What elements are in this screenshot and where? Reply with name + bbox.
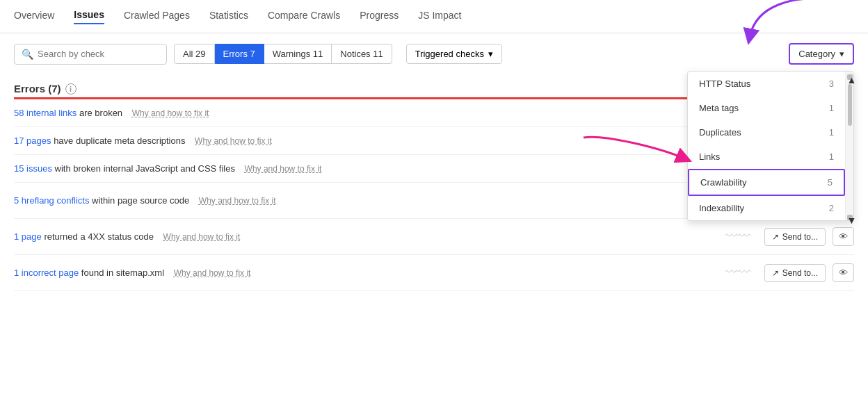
search-box[interactable]: 🔍 — [14, 44, 167, 65]
dropdown-item-label: Crawlability — [700, 177, 746, 188]
why-link[interactable]: Why and how to fix it — [245, 164, 322, 174]
filter-group: All 29 Errors 7 Warnings 11 Notices 11 — [174, 44, 392, 64]
why-link[interactable]: Why and how to fix it — [195, 136, 272, 146]
why-link[interactable]: Why and how to fix it — [132, 108, 209, 118]
nav-overview[interactable]: Overview — [14, 10, 54, 24]
issue-link[interactable]: 15 issues — [14, 163, 52, 174]
issue-link[interactable]: 17 pages — [14, 135, 51, 146]
dropdown-http-status[interactable]: HTTP Status 3 — [688, 72, 845, 96]
triggered-checks-label: Triggered checks — [415, 49, 484, 59]
dropdown-item-count: 1 — [829, 127, 834, 138]
filter-warnings[interactable]: Warnings 11 — [264, 44, 332, 64]
toolbar: 🔍 All 29 Errors 7 Warnings 11 Notices 11… — [0, 33, 868, 74]
view-button[interactable]: 👁 — [833, 263, 854, 282]
search-input[interactable] — [38, 49, 159, 59]
triggered-checks-button[interactable]: Triggered checks ▾ — [406, 44, 502, 64]
dropdown-duplicates[interactable]: Duplicates 1 — [688, 120, 845, 145]
sparkline-chart: 〰〰 — [725, 265, 750, 280]
issue-description: with broken internal JavaScript and CSS … — [55, 163, 235, 174]
dropdown-meta-tags[interactable]: Meta tags 1 — [688, 96, 845, 120]
chevron-down-icon: ▾ — [839, 49, 844, 59]
filter-notices[interactable]: Notices 11 — [332, 44, 392, 64]
dropdown-item-label: HTTP Status — [699, 79, 750, 89]
send-to-button[interactable]: ↗ Send to... — [764, 264, 826, 282]
top-navigation: Overview Issues Crawled Pages Statistics… — [0, 0, 868, 33]
share-icon: ↗ — [772, 268, 779, 278]
issue-link[interactable]: 1 incorrect page — [14, 268, 79, 278]
dropdown-item-count: 2 — [829, 203, 834, 213]
send-to-button[interactable]: ↗ Send to... — [764, 228, 826, 246]
issue-description: have duplicate meta descriptions — [54, 135, 185, 146]
issue-row: 1 incorrect page found in sitemap.xml Wh… — [14, 255, 854, 291]
dropdown-crawlability[interactable]: Crawlability 5 — [688, 169, 845, 196]
dropdown-indexability[interactable]: Indexability 2 — [688, 196, 845, 220]
dropdown-item-count: 1 — [829, 151, 834, 162]
why-link[interactable]: Why and how to fix it — [163, 232, 241, 242]
category-dropdown: HTTP Status 3 Meta tags 1 Duplicates 1 L… — [687, 71, 854, 221]
issue-text: 1 incorrect page found in sitemap.xml Wh… — [14, 268, 712, 278]
issue-text: 5 hreflang conflicts within page source … — [14, 195, 712, 206]
dropdown-item-label: Indexability — [699, 203, 744, 213]
search-icon: 🔍 — [22, 49, 33, 60]
dropdown-item-label: Links — [699, 151, 720, 162]
nav-statistics[interactable]: Statistics — [209, 10, 248, 24]
issue-description: found in sitemap.xml — [81, 268, 164, 278]
filter-errors[interactable]: Errors 7 — [215, 44, 264, 64]
dropdown-item-count: 5 — [828, 177, 833, 188]
chevron-down-icon: ▾ — [488, 49, 493, 59]
nav-issues[interactable]: Issues — [74, 9, 104, 24]
dropdown-links[interactable]: Links 1 — [688, 145, 845, 169]
nav-progress[interactable]: Progress — [360, 10, 399, 24]
dropdown-item-count: 3 — [829, 79, 834, 89]
info-icon[interactable]: i — [65, 83, 77, 94]
issue-description: within page source code — [92, 195, 189, 206]
dropdown-item-label: Meta tags — [699, 103, 739, 113]
share-icon: ↗ — [772, 232, 779, 242]
filter-all[interactable]: All 29 — [174, 44, 215, 64]
nav-crawled-pages[interactable]: Crawled Pages — [124, 10, 190, 24]
nav-js-impact[interactable]: JS Impact — [418, 10, 461, 24]
issue-link[interactable]: 1 page — [14, 231, 42, 242]
issue-description: returned a 4XX status code — [44, 231, 154, 242]
issue-row: 1 page returned a 4XX status code Why an… — [14, 219, 854, 255]
category-button[interactable]: Category ▾ — [789, 43, 854, 65]
dropdown-item-count: 1 — [829, 103, 834, 113]
why-link[interactable]: Why and how to fix it — [174, 268, 251, 278]
issue-link[interactable]: 58 internal links — [14, 108, 77, 118]
sparkline-chart: 〰〰 — [725, 229, 750, 244]
category-label: Category — [798, 49, 835, 59]
eye-icon: 👁 — [839, 268, 848, 278]
issue-link[interactable]: 5 hreflang conflicts — [14, 195, 89, 206]
dropdown-item-label: Duplicates — [699, 127, 741, 138]
nav-compare-crawls[interactable]: Compare Crawls — [268, 10, 340, 24]
issue-text: 1 page returned a 4XX status code Why an… — [14, 231, 712, 242]
send-to-label: Send to... — [782, 268, 818, 278]
view-button[interactable]: 👁 — [833, 227, 854, 246]
section-title-text: Errors (7) — [14, 83, 61, 94]
send-to-label: Send to... — [782, 232, 818, 242]
issue-description: are broken — [79, 108, 122, 118]
eye-icon: 👁 — [839, 231, 848, 242]
why-link[interactable]: Why and how to fix it — [199, 196, 276, 206]
